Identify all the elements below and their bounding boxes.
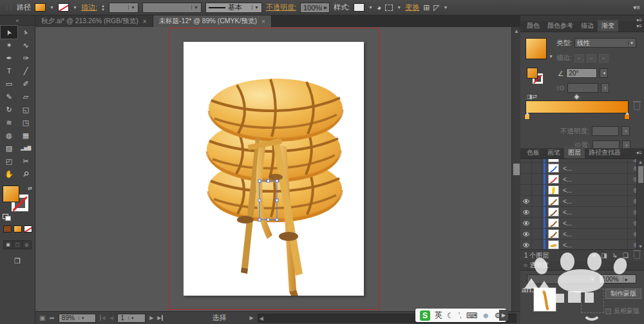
visibility-eye-icon[interactable] — [520, 218, 532, 228]
gradient-thumbnail[interactable] — [526, 38, 547, 59]
gradient-angle-field[interactable]: 20° — [566, 68, 597, 78]
color-fill-button[interactable] — [3, 225, 12, 233]
layer-name[interactable]: <... — [563, 231, 627, 238]
gradient-fill-proxy[interactable] — [527, 68, 538, 79]
layer-thumbnail[interactable] — [548, 175, 559, 184]
none-fill-button[interactable] — [24, 225, 32, 233]
layer-row-6[interactable]: <...◎ — [520, 218, 644, 229]
tool-lasso[interactable]: ∿ — [17, 39, 34, 52]
layer-thumbnail[interactable] — [548, 186, 559, 195]
layer-row-5[interactable]: <...◎ — [520, 207, 644, 218]
layer-name[interactable]: <... — [563, 198, 627, 205]
layer-row-8[interactable]: <...◎ — [520, 240, 644, 249]
artboard-number-field[interactable]: 1▼ — [117, 314, 146, 323]
tool-eraser[interactable]: ▱ — [17, 90, 34, 103]
gradient-panel-menu-icon[interactable]: ▾≡ — [636, 23, 642, 29]
layer-name[interactable]: <... — [563, 242, 627, 249]
opacity-link[interactable]: 不透明度: — [266, 3, 296, 12]
tool-symbol-sprayer[interactable]: ▨ — [1, 142, 17, 155]
draw-inside-button[interactable]: ◍ — [22, 241, 31, 249]
layer-row-2[interactable]: <...◎ — [520, 174, 644, 185]
recolor-artwork-icon[interactable]: ◕ — [377, 4, 381, 12]
style-dropdown-icon[interactable]: ▼ — [368, 5, 373, 10]
visibility-eye-icon[interactable] — [520, 159, 532, 162]
brush-definition-dropdown[interactable]: 基本 ▼ — [205, 3, 262, 13]
transparency-panel-header[interactable]: ⬦ 透明度 ▾≡ — [520, 261, 644, 271]
last-artboard-icon[interactable]: ▶ — [157, 315, 163, 321]
select-similar-dropdown-icon[interactable]: ▼ — [397, 5, 401, 10]
lock-column[interactable] — [532, 207, 542, 217]
lock-column[interactable] — [532, 218, 542, 228]
tool-type[interactable]: T — [1, 64, 17, 77]
transparency-panel-menu-icon[interactable]: ▾≡ — [636, 17, 642, 23]
stroke-dropdown-icon[interactable]: ▼ — [73, 5, 77, 10]
visibility-eye-icon[interactable] — [520, 163, 532, 173]
camera-icon[interactable]: ▣ — [39, 314, 45, 321]
layer-thumbnail[interactable] — [548, 240, 559, 249]
punctuation-icon[interactable]: ’, — [459, 312, 462, 319]
gradient-fill-button[interactable] — [14, 225, 22, 233]
layer-name[interactable]: <... — [563, 209, 627, 216]
layer-thumbnail[interactable] — [548, 229, 559, 238]
lock-column[interactable] — [532, 163, 542, 173]
stroke-link[interactable]: 描边: — [81, 3, 97, 12]
gradient-slider[interactable] — [526, 100, 629, 113]
layers-scroll-thumb[interactable] — [638, 166, 643, 183]
tool-magic-wand[interactable]: ✶ — [1, 39, 17, 52]
tool-shape-builder[interactable]: ◍ — [1, 129, 17, 142]
vscroll-thumb[interactable] — [513, 164, 520, 175]
screen-mode-button[interactable]: ❐ — [0, 257, 35, 265]
gradient-thumbnail-dropdown-icon[interactable]: ▼ — [549, 54, 553, 59]
isolate-icon[interactable]: ◸ — [433, 4, 439, 12]
tool-pencil[interactable]: ✎ — [1, 90, 17, 103]
gradient-stop-end[interactable] — [624, 114, 630, 120]
zoom-level-field[interactable]: 89%▼ — [59, 314, 96, 323]
tool-pen[interactable]: ✒ — [1, 52, 17, 64]
stroke-weight-field[interactable]: ▼ — [109, 3, 138, 13]
fill-dropdown-icon[interactable]: ▼ — [50, 5, 54, 10]
layers-tab-0[interactable]: 色板 — [523, 147, 544, 158]
moon-icon[interactable]: ☾ — [447, 311, 454, 320]
tool-rectangle[interactable]: ▭ — [1, 77, 17, 90]
gradient-tab-3[interactable]: 渐变 — [598, 20, 618, 32]
tool-hand[interactable]: ✋ — [1, 167, 17, 180]
tool-line-segment[interactable]: ╱ — [17, 64, 34, 77]
canvas-area[interactable] — [35, 27, 511, 311]
new-sublayer-icon[interactable]: ↳ — [612, 252, 618, 259]
layer-name[interactable]: <... — [563, 176, 627, 183]
style-swatch[interactable] — [354, 3, 365, 12]
layer-thumbnail[interactable] — [548, 207, 559, 216]
layer-row-3[interactable]: <...◎ — [520, 185, 644, 196]
fill-color-swatch[interactable] — [35, 3, 46, 12]
vertical-scrollbar[interactable]: ▲ — [511, 27, 520, 311]
reverse-gradient-icon[interactable]: ◨⇄ — [527, 93, 537, 100]
prev-artboard-icon[interactable]: ◀ — [109, 315, 113, 321]
tool-blob-brush[interactable]: ✑ — [17, 52, 34, 64]
select-similar-icon[interactable] — [385, 5, 393, 11]
scroll-up-icon[interactable]: ▲ — [512, 28, 521, 34]
tool-zoom[interactable]: ⚲ — [17, 167, 34, 180]
gradient-stop-start[interactable] — [524, 114, 530, 120]
layer-thumbnail[interactable] — [548, 164, 559, 173]
layers-panel-menu-icon[interactable]: ▾≡ — [636, 150, 642, 156]
tab-close-icon[interactable]: × — [261, 18, 265, 25]
layer-row-1[interactable]: <...◎ — [520, 163, 644, 174]
gradient-type-dropdown[interactable]: 线性▼ — [574, 38, 636, 48]
transform-link[interactable]: 变换 — [405, 3, 419, 12]
tool-rotate[interactable]: ↻ — [1, 103, 17, 116]
tool-paintbrush[interactable]: ✐ — [17, 77, 34, 90]
layer-name[interactable]: <... — [563, 165, 627, 172]
layer-name[interactable]: <... — [563, 187, 627, 194]
layers-scrollbar[interactable]: ▲ ▼ — [636, 159, 644, 249]
ime-language-toggle[interactable]: 英 — [435, 310, 442, 321]
tool-width[interactable]: ≋ — [1, 116, 17, 129]
next-artboard-icon[interactable]: ▶ — [149, 315, 153, 321]
tool-perspective-grid[interactable]: ▦ — [17, 129, 34, 142]
lock-column[interactable] — [532, 196, 542, 206]
layer-row-4[interactable]: <...◎ — [520, 196, 644, 207]
object-thumbnail[interactable] — [533, 287, 556, 312]
document-tab-1[interactable]: 未标题-12* @ 89% (CMYK/预览)× — [153, 15, 272, 27]
stroke-color-swatch[interactable] — [58, 3, 69, 12]
lock-column[interactable] — [532, 174, 542, 184]
gradient-tab-0[interactable]: 颜色 — [523, 20, 544, 32]
